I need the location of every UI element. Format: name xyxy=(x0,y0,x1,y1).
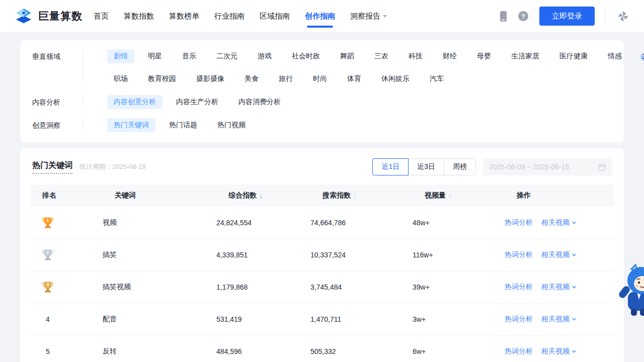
nav-item-3[interactable]: 行业指南 xyxy=(214,0,245,32)
filter-tag[interactable]: 舞蹈 xyxy=(334,49,361,63)
filter-tag[interactable]: 剧情 xyxy=(107,49,134,63)
column-header-4[interactable]: 视频量↓ xyxy=(413,185,505,207)
rank-cell: 3 xyxy=(30,271,103,303)
filter-tag[interactable]: 二次元 xyxy=(210,49,244,63)
svg-text:2: 2 xyxy=(47,250,49,255)
hot-word-analysis-link[interactable]: 热词分析 xyxy=(505,283,533,292)
related-videos-link[interactable]: 相关视频 xyxy=(541,347,577,356)
filter-tag[interactable]: 三农 xyxy=(368,49,395,63)
header-actions: ? 立即登录 xyxy=(500,7,630,26)
filter-group-options: 热门关键词热门话题热门视频 xyxy=(83,118,612,132)
column-label: 排名 xyxy=(42,191,56,200)
table-row: 4配音531,4191,470,7113w+热词分析相关视频 xyxy=(30,303,614,335)
video-count-cell: 3w+ xyxy=(413,303,505,335)
related-videos-link[interactable]: 相关视频 xyxy=(541,218,577,227)
hot-keywords-panel: 热门关键词 统计周期：2025-06-19 近1日近3日周榜 2025-06-0… xyxy=(20,148,624,362)
filter-tag[interactable]: 汽车 xyxy=(423,72,450,86)
filter-tag[interactable]: 情感 xyxy=(601,49,628,63)
nav-item-2[interactable]: 算数榜单 xyxy=(169,0,199,32)
hot-word-analysis-label: 热词分析 xyxy=(505,250,533,259)
table-row: 5反转484,596505,3326w+热词分析相关视频 xyxy=(30,335,614,362)
filter-tag[interactable]: 科技 xyxy=(402,49,429,63)
related-videos-link[interactable]: 相关视频 xyxy=(541,250,577,259)
search-index-cell-value: 10,337,524 xyxy=(310,251,346,259)
filter-tag[interactable]: 社会时政 xyxy=(285,49,327,63)
filter-tag[interactable]: 医疗健康 xyxy=(553,49,594,63)
column-label: 关键词 xyxy=(115,191,136,200)
table-row: 2搞笑4,339,85110,337,524116w+热词分析相关视频 xyxy=(30,239,614,271)
filter-tag[interactable]: 音乐 xyxy=(176,49,203,63)
nav-item-label: 首页 xyxy=(94,12,109,21)
chevron-down-icon xyxy=(572,317,577,322)
filter-tag[interactable]: 热门关键词 xyxy=(107,118,155,132)
nav-item-0[interactable]: 首页 xyxy=(94,0,109,32)
nav-item-4[interactable]: 区域指南 xyxy=(260,0,290,32)
range-tab-2[interactable]: 周榜 xyxy=(444,158,476,175)
related-videos-link[interactable]: 相关视频 xyxy=(541,283,577,292)
nav-item-label: 区域指南 xyxy=(260,12,290,21)
related-videos-label: 相关视频 xyxy=(541,315,570,324)
filter-group-label: 创意洞察 xyxy=(32,118,83,132)
composite-index-cell: 4,339,851 xyxy=(216,239,310,271)
sort-desc-icon: ↓ xyxy=(259,192,263,200)
column-header-2[interactable]: 综合指数↓ xyxy=(216,185,310,207)
logo[interactable]: 巨量算数 xyxy=(14,7,83,26)
rank-cell: 4 xyxy=(30,303,103,335)
table-row: 1视频24,824,55474,664,78648w+热词分析相关视频 xyxy=(30,207,614,239)
filter-tag[interactable]: 职场 xyxy=(107,72,134,86)
filter-tag[interactable]: 摄影摄像 xyxy=(190,72,231,86)
nav-item-5[interactable]: 创作指南 xyxy=(305,0,335,32)
column-header-3[interactable]: 搜索指数↓ xyxy=(310,185,413,207)
filter-tag[interactable]: 明星 xyxy=(141,49,169,63)
composite-index-cell-value: 1,179,868 xyxy=(216,283,248,291)
filter-tag[interactable]: 热门话题 xyxy=(163,118,204,132)
mascot-character-icon xyxy=(619,261,644,318)
filter-tag[interactable]: 体育 xyxy=(341,72,368,86)
filter-tag[interactable]: 财经 xyxy=(436,49,463,63)
related-videos-link[interactable]: 相关视频 xyxy=(541,315,577,324)
search-index-cell: 3,745,484 xyxy=(310,271,413,303)
filter-group-2: 创意洞察热门关键词热门话题热门视频 xyxy=(32,118,612,132)
filter-tag[interactable]: 生活家居 xyxy=(505,49,546,63)
nav-item-6[interactable]: 洞察报告 xyxy=(350,0,387,32)
nav-item-1[interactable]: 算数指数 xyxy=(124,0,154,32)
filter-tag[interactable]: 热门视频 xyxy=(211,118,252,132)
filter-tag[interactable]: 旅行 xyxy=(272,72,299,86)
filter-tag[interactable]: 教育校园 xyxy=(141,72,183,86)
keyword-cell: 配音 xyxy=(103,303,216,335)
hot-word-analysis-link[interactable]: 热词分析 xyxy=(505,347,533,356)
filter-group-1: 内容分析内容创意分析内容生产分析内容消费分析 xyxy=(32,95,612,109)
keyword-cell-value: 搞笑 xyxy=(103,250,117,258)
hot-word-analysis-link[interactable]: 热词分析 xyxy=(505,315,533,324)
nav-item-label: 洞察报告 xyxy=(350,12,380,21)
mascot[interactable] xyxy=(619,261,644,320)
chevron-down-icon xyxy=(572,220,577,225)
range-tab-0[interactable]: 近1日 xyxy=(372,158,409,175)
login-button[interactable]: 立即登录 xyxy=(539,7,595,26)
filter-tag[interactable]: 美食 xyxy=(238,72,265,86)
sort-desc-icon: ↓ xyxy=(353,192,357,200)
actions-cell: 热词分析相关视频 xyxy=(505,303,614,335)
filter-tag[interactable]: 游戏 xyxy=(251,49,278,63)
filter-tag[interactable]: 时尚 xyxy=(306,72,334,86)
panel-title: 热门关键词 xyxy=(32,160,72,174)
filter-tag[interactable]: 母婴 xyxy=(470,49,498,63)
filter-tag[interactable]: 休闲娱乐 xyxy=(375,72,416,86)
filter-tag[interactable]: 内容创意分析 xyxy=(107,95,163,109)
hot-word-analysis-link[interactable]: 热词分析 xyxy=(505,218,533,227)
pinwheel-logo-icon[interactable] xyxy=(616,10,630,23)
filter-tag[interactable]: 内容生产分析 xyxy=(170,95,225,109)
help-icon[interactable]: ? xyxy=(518,11,529,22)
date-range-picker[interactable]: 2025-06-09 ~ 2025-06-15 xyxy=(483,158,612,175)
period-label: 统计周期： xyxy=(79,163,112,170)
panel-controls: 近1日近3日周榜 2025-06-09 ~ 2025-06-15 xyxy=(372,158,612,175)
related-videos-label: 相关视频 xyxy=(541,250,570,259)
mobile-app-icon[interactable] xyxy=(500,11,507,22)
main-nav: 首页算数指数算数榜单行业指南区域指南创作指南洞察报告 xyxy=(94,0,387,32)
collapse-button[interactable]: 收起 xyxy=(640,53,644,62)
range-tab-1[interactable]: 近3日 xyxy=(408,158,444,175)
actions-cell: 热词分析相关视频 xyxy=(505,335,614,362)
hot-word-analysis-link[interactable]: 热词分析 xyxy=(505,250,533,259)
filter-tag[interactable]: 内容消费分析 xyxy=(232,95,287,109)
range-tab-group: 近1日近3日周榜 xyxy=(372,158,476,175)
